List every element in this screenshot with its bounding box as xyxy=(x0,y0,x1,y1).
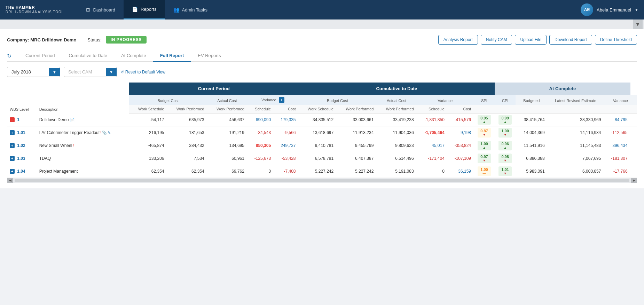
edit-icon[interactable]: ✎ xyxy=(108,131,111,135)
ctd-wp-cell: 33,003,661 xyxy=(336,114,376,126)
tab-current-period[interactable]: Current Period xyxy=(18,50,62,62)
expand-icon[interactable]: + xyxy=(10,130,15,135)
description-cell: Project Management xyxy=(37,165,129,178)
tab-full-report[interactable]: Full Report xyxy=(153,50,191,62)
ac-latest-cell: 14,116,934 xyxy=(548,126,604,139)
ctd-actual-wp-cell: 9,809,623 xyxy=(376,139,416,152)
cp-actual-wp-cell: 60,961 xyxy=(207,152,247,165)
ac-budgeted-header: Budgeted xyxy=(516,95,547,105)
tab-ev-reports[interactable]: EV Reports xyxy=(191,50,228,62)
define-threshold-button[interactable]: Define Threshold xyxy=(595,35,637,45)
nav-item-dashboard[interactable]: ⊞ Dashboard xyxy=(78,0,124,19)
ac-latest-cell: 38,330,969 xyxy=(548,114,604,126)
cp-wp-cell: 181,653 xyxy=(167,126,207,139)
ac-variance-cell: 396,434 xyxy=(604,139,630,152)
warn-icon: ! xyxy=(73,143,74,148)
table-body: − 1 Drilldown Demo📄 -54,117 635,973 456,… xyxy=(7,114,637,178)
wbs-cell: + 1.02 xyxy=(7,139,37,152)
ctd-wp-cell: 5,227,242 xyxy=(336,165,376,178)
period-dropdown[interactable]: July 2018 ▼ xyxy=(7,67,60,77)
filters: July 2018 ▼ Select CAM ▼ ↺ Reset to Defa… xyxy=(7,67,637,77)
table-row: + 1.01 LAr Calorimeter Trigger Readout!📎… xyxy=(7,126,637,139)
cp-sch-cell: 0 xyxy=(247,165,274,178)
expand-icon[interactable]: + xyxy=(10,143,15,148)
cp-sch-cell: 850,305 xyxy=(247,139,274,152)
cam-dropdown[interactable]: Select CAM ▼ xyxy=(64,67,117,77)
cp-wp-cell: 7,534 xyxy=(167,152,207,165)
cp-ws-cell: -54,117 xyxy=(129,114,167,126)
spi-col-header xyxy=(474,105,495,114)
reset-default-view-link[interactable]: ↺ Reset to Default View xyxy=(120,70,165,75)
doc-icon[interactable]: 📄 xyxy=(70,118,75,122)
upload-file-button[interactable]: Upload File xyxy=(515,35,547,45)
cp-actual-wp-cell: 191,219 xyxy=(207,126,247,139)
spi-header: SPI xyxy=(474,95,495,105)
spi-value: 1.00 xyxy=(480,142,488,146)
period-value: July 2018 xyxy=(7,67,49,77)
notify-cam-button[interactable]: Notify CAM xyxy=(481,35,512,45)
download-report-button[interactable]: Download Report xyxy=(549,35,592,45)
cumulative-to-date-group-header: Cumulative to Date xyxy=(299,83,495,95)
expand-icon[interactable]: − xyxy=(10,117,15,122)
cp-ws-cell: 62,354 xyxy=(129,165,167,178)
analysis-report-button[interactable]: Analysis Report xyxy=(438,35,478,45)
cpi-indicator: 1.01 ▼ xyxy=(498,166,512,176)
cam-dropdown-arrow[interactable]: ▼ xyxy=(106,68,117,76)
cp-ws-cell: 133,206 xyxy=(129,152,167,165)
table-row: − 1 Drilldown Demo📄 -54,117 635,973 456,… xyxy=(7,114,637,126)
tab-at-complete[interactable]: At Complete xyxy=(114,50,153,62)
expand-icon[interactable]: + xyxy=(10,156,15,161)
ac-budgeted-cell: 6,886,388 xyxy=(516,152,547,165)
table-row: + 1.04 Project Management 62,354 62,354 … xyxy=(7,165,637,178)
ctd-variance-header: Variance xyxy=(417,95,474,105)
cpi-value: 1.01 xyxy=(501,167,509,172)
wbs-cell: − 1 xyxy=(7,114,37,126)
nav-item-reports[interactable]: 📄 Reports xyxy=(124,0,165,19)
ctd-cost-cell: 36,159 xyxy=(447,165,474,178)
at-complete-group-header: At Complete xyxy=(495,83,630,95)
tab-cumulative-to-date[interactable]: Cumulative to Date xyxy=(62,50,115,62)
ctd-cost-header: Cost xyxy=(447,105,474,114)
scroll-track xyxy=(15,179,629,182)
cpi-cell: 0.96 ▲ xyxy=(495,139,516,152)
ac-latest-header: Latest Revised Estimate xyxy=(548,95,604,105)
cpi-value: 0.96 xyxy=(501,142,509,146)
ctd-budget-cost-header: Budget Cost xyxy=(299,95,377,105)
current-period-group-header: Current Period xyxy=(129,83,299,95)
spi-value: 0.87 xyxy=(480,129,488,133)
ctd-ws-cell: 13,618,697 xyxy=(299,126,337,139)
wbs-cell: + 1.03 xyxy=(7,152,37,165)
cp-variance-header: Variance + xyxy=(247,95,299,105)
scroll-down-btn[interactable]: ▼ xyxy=(633,19,643,29)
cp-cost-header: Cost xyxy=(274,105,298,114)
expand-icon[interactable]: + xyxy=(10,169,15,174)
nav-items: ⊞ Dashboard 📄 Reports 👥 Admin Tasks xyxy=(78,0,216,19)
period-dropdown-arrow[interactable]: ▼ xyxy=(49,68,60,76)
cpi-value: 0.98 xyxy=(501,155,509,159)
cp-cost-cell: 249,737 xyxy=(274,139,298,152)
ac-variance-cell: -17,766 xyxy=(604,165,630,178)
ctd-actual-cost-header: Actual Cost xyxy=(376,95,416,105)
bottom-scrollbar[interactable]: ◀ ▶ xyxy=(7,178,637,183)
admin-icon: 👥 xyxy=(173,7,179,13)
user-chevron-icon[interactable]: ▼ xyxy=(635,8,638,12)
top-bar: Company: MRC Drilldown Demo Status: IN P… xyxy=(7,35,637,45)
ctd-actual-wp-header: Work Performed xyxy=(376,105,416,114)
refresh-button[interactable]: ↻ xyxy=(7,53,11,59)
wbs-cell: + 1.04 xyxy=(7,165,37,178)
scroll-left-btn[interactable]: ◀ xyxy=(7,178,13,183)
reset-icon: ↺ xyxy=(120,70,124,75)
scroll-right-btn[interactable]: ▶ xyxy=(631,178,637,183)
table-row: + 1.02 New Small Wheel! -465,874 384,432… xyxy=(7,139,637,152)
ac-budgeted-col xyxy=(516,105,547,114)
status-label: Status: xyxy=(87,37,101,42)
brand-bottom: DRILL-DOWN ANALYSIS TOOL xyxy=(6,10,64,14)
scroll-hint-bar: ▼ xyxy=(0,19,644,29)
spi-cell: 0.87 ▼ xyxy=(474,126,495,139)
main-content: Company: MRC Drilldown Demo Status: IN P… xyxy=(0,29,644,188)
description-cell: LAr Calorimeter Trigger Readout!📎✎ xyxy=(37,126,129,139)
spi-indicator: 0.87 ▼ xyxy=(478,128,491,138)
nav-item-admin[interactable]: 👥 Admin Tasks xyxy=(165,0,216,19)
status-badge: IN PROGRESS xyxy=(106,36,147,44)
variance-add-button[interactable]: + xyxy=(279,97,284,103)
